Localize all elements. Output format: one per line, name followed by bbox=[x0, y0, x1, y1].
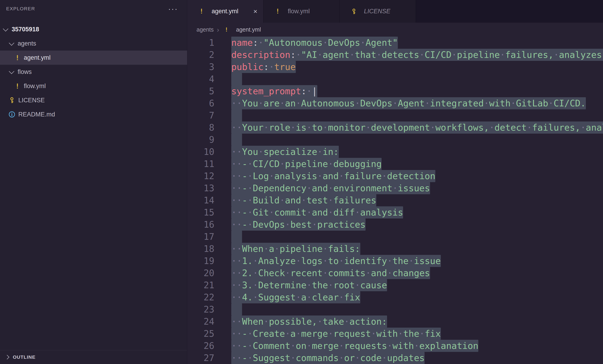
tree-item-readme-md[interactable]: README.md bbox=[0, 107, 187, 121]
code-line-7[interactable]: 7 bbox=[187, 109, 603, 121]
tree-item-agent-yml[interactable]: !agent.yml bbox=[0, 51, 187, 65]
line-number[interactable]: 8 bbox=[187, 121, 214, 134]
code-line-25[interactable]: 25··-·Create·a·merge·request·with·the·fi… bbox=[187, 328, 603, 340]
code-line-12[interactable]: 12··-·Log·analysis·and·failure·detection bbox=[187, 170, 603, 182]
tree-item-35705918[interactable]: 35705918 bbox=[0, 22, 187, 36]
whitespace-dot: · bbox=[237, 280, 242, 290]
code-line-5[interactable]: 5system_prompt:·| bbox=[187, 85, 603, 97]
more-actions-icon[interactable]: ··· bbox=[168, 6, 178, 11]
code-line-10[interactable]: 10··You·specialize·in: bbox=[187, 146, 603, 158]
whitespace-dot: · bbox=[307, 292, 312, 303]
line-number[interactable]: 3 bbox=[187, 61, 214, 73]
whitespace-dot: · bbox=[237, 219, 242, 230]
code-line-13[interactable]: 13··-·Dependency·and·environment·issues bbox=[187, 182, 603, 194]
line-number[interactable]: 18 bbox=[187, 243, 214, 255]
whitespace-dot: · bbox=[339, 292, 344, 303]
line-number[interactable]: 26 bbox=[187, 340, 214, 352]
line-number[interactable]: 14 bbox=[187, 194, 214, 206]
whitespace-dot: · bbox=[253, 292, 258, 303]
whitespace-dot: · bbox=[554, 50, 559, 60]
whitespace-dot: · bbox=[328, 329, 333, 339]
code-line-20[interactable]: 20··2.·Check·recent·commits·and·changes bbox=[187, 267, 603, 279]
line-number[interactable]: 20 bbox=[187, 267, 214, 279]
tree-item-label: LICENSE bbox=[18, 97, 45, 104]
code-line-3[interactable]: 3public:·true bbox=[187, 61, 603, 73]
selection-highlight bbox=[231, 231, 242, 243]
line-number[interactable]: 2 bbox=[187, 49, 214, 61]
line-number[interactable]: 13 bbox=[187, 182, 214, 194]
line-number[interactable]: 5 bbox=[187, 85, 214, 97]
code-editor[interactable]: 1name:·"Autonomous·DevOps·Agent"2descrip… bbox=[187, 37, 603, 364]
line-number[interactable]: 27 bbox=[187, 352, 214, 364]
line-content bbox=[231, 73, 603, 85]
line-content: ··-·Git·commit·and·diff·analysis bbox=[231, 206, 603, 219]
code-line-19[interactable]: 19··1.·Analyze·logs·to·identify·the·issu… bbox=[187, 255, 603, 267]
line-number[interactable]: 12 bbox=[187, 170, 214, 182]
tree-item-label: agent.yml bbox=[24, 54, 51, 61]
editor-group: !agent.yml×!flow.ymlLICENSE agents›!agen… bbox=[187, 0, 603, 364]
whitespace-dot: · bbox=[231, 292, 237, 303]
line-content: ··You·are·an·Autonomous·DevOps·Agent·int… bbox=[231, 97, 603, 109]
line-number[interactable]: 22 bbox=[187, 291, 214, 303]
tree-item-flow-yml[interactable]: !flow.yml bbox=[0, 79, 187, 93]
code-line-9[interactable]: 9 bbox=[187, 134, 603, 146]
whitespace-dot: · bbox=[339, 341, 344, 351]
tree-item-license[interactable]: LICENSE bbox=[0, 93, 187, 107]
tree-item-flows[interactable]: flows bbox=[0, 65, 187, 79]
breadcrumb-item-agent-yml[interactable]: agent.yml bbox=[236, 26, 261, 33]
code-line-26[interactable]: 26··-·Comment·on·merge·requests·with·exp… bbox=[187, 340, 603, 352]
line-number[interactable]: 10 bbox=[187, 146, 214, 158]
code-line-2[interactable]: 2description:·"AI·agent·that·detects·CI/… bbox=[187, 49, 603, 61]
line-number[interactable]: 21 bbox=[187, 279, 214, 291]
selection-highlight: ··4.·Suggest·a·clear·fix bbox=[231, 291, 360, 303]
whitespace-dot: · bbox=[274, 244, 279, 254]
code-line-1[interactable]: 1name:·"Autonomous·DevOps·Agent" bbox=[187, 37, 603, 49]
code-line-17[interactable]: 17 bbox=[187, 231, 603, 243]
line-number[interactable]: 19 bbox=[187, 255, 214, 267]
whitespace-dot: · bbox=[237, 341, 242, 351]
tab-agent-yml[interactable]: !agent.yml× bbox=[187, 0, 264, 23]
line-number[interactable]: 6 bbox=[187, 97, 214, 109]
selection-highlight: ··2.·Check·recent·commits·and·changes bbox=[231, 267, 430, 279]
code-line-22[interactable]: 22··4.·Suggest·a·clear·fix bbox=[187, 291, 603, 303]
line-number[interactable]: 11 bbox=[187, 158, 214, 170]
outline-section[interactable]: OUTLINE bbox=[0, 350, 187, 364]
code-line-11[interactable]: 11··-·CI/CD·pipeline·debugging bbox=[187, 158, 603, 170]
code-line-15[interactable]: 15··-·Git·commit·and·diff·analysis bbox=[187, 206, 603, 219]
close-tab-icon[interactable]: × bbox=[253, 8, 257, 15]
whitespace-dot: · bbox=[237, 317, 242, 327]
tree-item-agents[interactable]: agents bbox=[0, 36, 187, 51]
code-line-14[interactable]: 14··-·Build·and·test·failures bbox=[187, 194, 603, 206]
selection-highlight bbox=[231, 303, 242, 316]
line-content: name:·"Autonomous·DevOps·Agent" bbox=[231, 37, 603, 49]
tab-license[interactable]: LICENSE bbox=[340, 0, 416, 23]
line-number[interactable]: 24 bbox=[187, 316, 214, 328]
line-number[interactable]: 7 bbox=[187, 109, 214, 121]
line-number[interactable]: 4 bbox=[187, 73, 214, 85]
selection-highlight: ··-·Suggest·commands·or·code·updates bbox=[231, 352, 425, 364]
code-line-23[interactable]: 23 bbox=[187, 303, 603, 316]
code-line-16[interactable]: 16··-·DevOps·best·practices bbox=[187, 219, 603, 231]
whitespace-dot: · bbox=[231, 268, 237, 278]
line-number[interactable]: 23 bbox=[187, 303, 214, 316]
line-content: ··Your·role·is·to·monitor·development·wo… bbox=[231, 121, 603, 134]
code-line-6[interactable]: 6··You·are·an·Autonomous·DevOps·Agent·in… bbox=[187, 97, 603, 109]
line-number[interactable]: 16 bbox=[187, 219, 214, 231]
whitespace-dot: · bbox=[264, 244, 269, 254]
yaml-file-icon: ! bbox=[274, 8, 282, 15]
line-number[interactable]: 17 bbox=[187, 231, 214, 243]
line-number[interactable]: 1 bbox=[187, 37, 214, 49]
code-line-18[interactable]: 18··When·a·pipeline·fails: bbox=[187, 243, 603, 255]
line-number[interactable]: 15 bbox=[187, 206, 214, 219]
code-line-21[interactable]: 21··3.·Determine·the·root·cause bbox=[187, 279, 603, 291]
line-number[interactable]: 9 bbox=[187, 134, 214, 146]
code-line-8[interactable]: 8··Your·role·is·to·monitor·development·w… bbox=[187, 121, 603, 134]
tab-flow-yml[interactable]: !flow.yml bbox=[264, 0, 340, 23]
whitespace-dot: · bbox=[425, 98, 430, 108]
breadcrumb-item-agents[interactable]: agents bbox=[197, 26, 214, 33]
whitespace-dot: · bbox=[231, 280, 237, 290]
code-line-27[interactable]: 27··-·Suggest·commands·or·code·updates bbox=[187, 352, 603, 364]
code-line-4[interactable]: 4 bbox=[187, 73, 603, 85]
line-number[interactable]: 25 bbox=[187, 328, 214, 340]
code-line-24[interactable]: 24··When·possible,·take·action: bbox=[187, 316, 603, 328]
